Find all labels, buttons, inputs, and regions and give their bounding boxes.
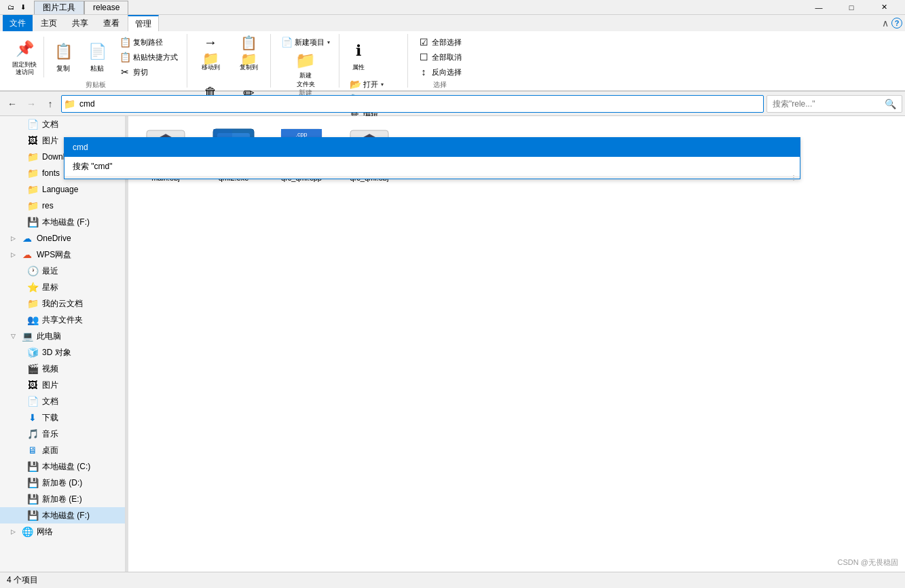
clipboard-buttons: 📌 固定到快速访问 📋 复制 📄 粘贴 📋 复制路径 — [8, 35, 183, 79]
sidebar-item-f-drive[interactable]: 💾 本地磁盘 (F:) — [0, 507, 125, 523]
this-pc-icon: 💻 — [22, 331, 33, 342]
download-folder-icon: 📁 — [27, 151, 38, 162]
properties-button[interactable]: ℹ 属性 — [345, 35, 372, 76]
new-folder-button[interactable]: 📁 新建文件夹 — [285, 53, 326, 87]
f-drive-icon: 💾 — [27, 510, 38, 521]
search-container: 🔍 — [767, 95, 901, 113]
autocomplete-item-search[interactable]: 搜索 "cmd" — [64, 157, 800, 176]
documents-icon: 📄 — [27, 119, 38, 130]
expand-arrow: ▷ — [11, 235, 18, 242]
tab-home[interactable]: 主页 — [34, 15, 64, 31]
copy-to-button[interactable]: 📋📁 复制到 — [231, 35, 266, 76]
ribbon-collapse-icon[interactable]: ∧ — [882, 18, 889, 29]
file-area: main.obj ▶ qml2.exe .cpp ⚡ — [128, 116, 905, 572]
recent-icon: 🕐 — [27, 265, 38, 276]
open-button[interactable]: 📂 打开 ▾ — [345, 77, 403, 91]
autocomplete-item-cmd[interactable]: cmd — [64, 138, 800, 157]
tab-manage[interactable]: 管理 — [128, 15, 159, 31]
ribbon-tabs: 文件 主页 共享 查看 管理 ∧ ? — [0, 15, 905, 31]
search-input[interactable] — [767, 95, 902, 113]
properties-icon: ℹ — [348, 40, 369, 62]
new-buttons: 📄 新建项目 ▾ 📁 新建文件夹 — [276, 35, 335, 87]
paste-button[interactable]: 📄 粘贴 — [81, 37, 113, 77]
desktop-icon: 🖥 — [27, 445, 38, 456]
tab-view[interactable]: 查看 — [96, 15, 126, 31]
pictures-icon: 🖼 — [27, 135, 38, 146]
sidebar-item-network[interactable]: ▷ 🌐 网络 — [0, 523, 125, 540]
sidebar-item-3d-objects[interactable]: 🧊 3D 对象 — [0, 344, 125, 361]
open-icon: 📂 — [350, 79, 361, 90]
sidebar-item-c-drive[interactable]: 💾 本地磁盘 (C:) — [0, 458, 125, 475]
paste-shortcut-button[interactable]: 📋 粘贴快捷方式 — [115, 50, 183, 64]
sidebar-item-starred[interactable]: ⭐ 星标 — [0, 279, 125, 295]
sidebar-item-language[interactable]: 📁 Language — [0, 181, 125, 198]
up-button[interactable]: ↑ — [42, 96, 58, 112]
new-item-button[interactable]: 📄 新建项目 ▾ — [276, 35, 335, 49]
sidebar-item-wps[interactable]: ▷ ☁ WPS网盘 — [0, 246, 125, 263]
pin-quick-access-button[interactable]: 📌 固定到快速访问 — [8, 37, 41, 77]
group-select: ☑ 全部选择 ☐ 全部取消 ↕ 反向选择 选择 — [409, 34, 470, 88]
move-to-button[interactable]: →📁 移动到 — [193, 35, 228, 76]
maximize-button[interactable]: □ — [836, 0, 867, 15]
paste-shortcut-icon: 📋 — [119, 52, 130, 62]
disk-f-icon-top: 💾 — [27, 217, 38, 227]
address-folder-icon: 📁 — [64, 98, 75, 109]
select-none-button[interactable]: ☐ 全部取消 — [413, 50, 466, 64]
sidebar-item-videos[interactable]: 🎬 视频 — [0, 361, 125, 377]
starred-icon: ⭐ — [27, 282, 38, 293]
clipboard-label: 剪贴板 — [86, 79, 106, 90]
sidebar-item-documents[interactable]: 📄 文档 — [0, 116, 125, 132]
close-button[interactable]: ✕ — [868, 0, 900, 15]
watermark: CSDN @无畏稳固 — [838, 557, 898, 568]
sidebar-item-cloud-docs[interactable]: 📁 我的云文档 — [0, 295, 125, 312]
group-new: 📄 新建项目 ▾ 📁 新建文件夹 新建 — [272, 34, 339, 88]
sidebar-item-music[interactable]: 🎵 音乐 — [0, 426, 125, 442]
copy-path-button[interactable]: 📋 复制路径 — [115, 35, 183, 49]
invert-select-button[interactable]: ↕ 反向选择 — [413, 65, 466, 79]
sidebar-item-desktop[interactable]: 🖥 桌面 — [0, 442, 125, 458]
sidebar-item-local-disk-f-top[interactable]: 💾 本地磁盘 (F:) — [0, 214, 125, 230]
title-bar-icons: 🗂 ⬇ — [5, 2, 29, 13]
address-input-container: 📁 — [61, 95, 764, 113]
sidebar-item-recent[interactable]: 🕐 最近 — [0, 263, 125, 279]
tab-image-tools[interactable]: 图片工具 — [34, 1, 84, 14]
title-bar: 🗂 ⬇ 图片工具 release — □ ✕ — [0, 0, 905, 15]
sidebar-item-res[interactable]: 📁 res — [0, 198, 125, 214]
tab-file[interactable]: 文件 — [3, 15, 33, 31]
autocomplete-resize-handle[interactable]: ⋮ — [64, 176, 800, 179]
quick-access-icon[interactable]: ⬇ — [18, 2, 29, 13]
ribbon-help-icon[interactable]: ? — [891, 18, 902, 29]
tab-release[interactable]: release — [84, 1, 128, 14]
select-all-button[interactable]: ☑ 全部选择 — [413, 35, 466, 49]
tab-share[interactable]: 共享 — [65, 15, 95, 31]
sidebar-item-d-drive[interactable]: 💾 新加卷 (D:) — [0, 475, 125, 491]
sidebar-item-downloads[interactable]: ⬇ 下载 — [0, 409, 125, 426]
sidebar-item-e-drive[interactable]: 💾 新加卷 (E:) — [0, 491, 125, 507]
forward-button[interactable]: → — [23, 96, 39, 112]
cut-button[interactable]: ✂ 剪切 — [115, 65, 183, 79]
minimize-button[interactable]: — — [803, 0, 834, 15]
address-input[interactable] — [61, 95, 764, 113]
sidebar-item-onedrive[interactable]: ▷ ☁ OneDrive — [0, 230, 125, 246]
shared-folder-icon: 👥 — [27, 314, 38, 325]
expand-arrow: ▷ — [11, 528, 18, 535]
select-buttons: ☑ 全部选择 ☐ 全部取消 ↕ 反向选择 — [413, 35, 466, 79]
3d-objects-icon: 🧊 — [27, 347, 38, 358]
network-icon: 🌐 — [22, 526, 33, 537]
group-organize: →📁 移动到 📋📁 复制到 🗑 删除 ✏ 重命名 — [189, 34, 271, 88]
paste-icon: 📄 — [86, 41, 108, 62]
search-icon[interactable]: 🔍 — [885, 98, 901, 109]
title-bar-left: 🗂 ⬇ 图片工具 release — [5, 1, 128, 14]
pictures2-icon: 🖼 — [27, 380, 38, 390]
sidebar-item-this-pc[interactable]: ▽ 💻 此电脑 — [0, 328, 125, 344]
sidebar-item-pictures2[interactable]: 🖼 图片 — [0, 377, 125, 393]
item-count: 4 个项目 — [7, 574, 38, 586]
back-button[interactable]: ← — [4, 96, 20, 112]
sidebar-item-shared-folder[interactable]: 👥 共享文件夹 — [0, 312, 125, 328]
downloads-icon: ⬇ — [27, 412, 38, 423]
autocomplete-dropdown: cmd 搜索 "cmd" ⋮ — [64, 137, 800, 179]
res-folder-icon: 📁 — [27, 200, 38, 211]
copy-button[interactable]: 📋 复制 — [47, 37, 79, 77]
group-clipboard: 📌 固定到快速访问 📋 复制 📄 粘贴 📋 复制路径 — [4, 34, 187, 88]
sidebar-item-documents2[interactable]: 📄 文档 — [0, 393, 125, 409]
